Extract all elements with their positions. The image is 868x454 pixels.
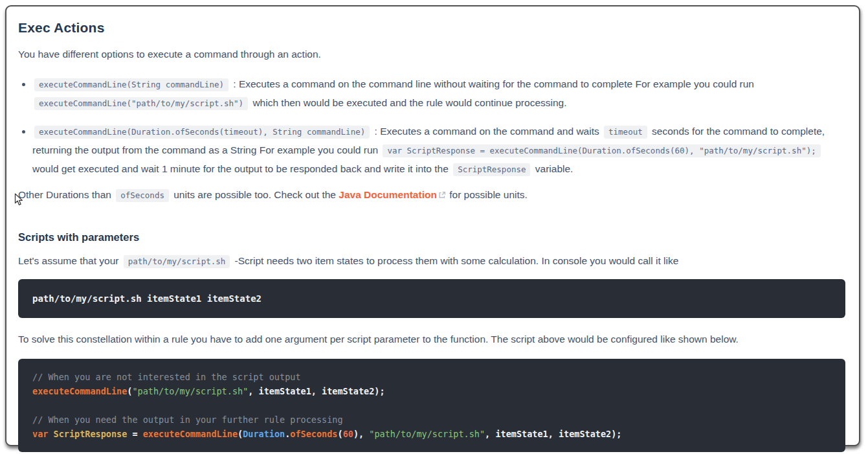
inline-code: ofSeconds [116,189,169,202]
exec-options-list: executeCommandLine(String commandLine) :… [18,75,845,179]
intro-paragraph: You have different options to execute a … [18,48,845,60]
solve-paragraph: To solve this constellation within a rul… [18,333,845,346]
inline-code: ScriptResponse [453,163,530,176]
code-line: // When you need the output in your furt… [32,413,831,427]
docs-window: Exec Actions You have different options … [5,5,860,446]
scripts-with-parameters-heading: Scripts with parameters [18,231,845,244]
shell-command-code-block: path/to/my/script.sh itemState1 itemStat… [18,279,845,318]
inline-code: path/to/my/script.sh [124,255,230,268]
inline-code: executeCommandLine(String commandLine) [34,78,228,91]
rule-code-block: // When you are not interested in the sc… [18,359,845,452]
inline-code: timeout [604,126,647,139]
code-line: path/to/my/script.sh itemState1 itemStat… [32,292,831,305]
list-item-execute-timeout: executeCommandLine(Duration.ofSeconds(ti… [32,122,845,179]
code-line: var ScriptResponse = executeCommandLine(… [32,427,831,441]
page-title: Exec Actions [18,19,845,36]
assume-paragraph: Let's assume that your path/to/my/script… [18,255,845,268]
code-line: // When you are not interested in the sc… [32,370,831,384]
durations-paragraph: Other Durations than ofSeconds units are… [18,188,845,202]
inline-code: var ScriptResponse = executeCommandLine(… [383,144,820,157]
code-line [32,398,831,413]
inline-code: executeCommandLine(Duration.ofSeconds(ti… [34,126,370,139]
java-documentation-link[interactable]: Java Documentation [339,189,437,200]
list-item-execute-simple: executeCommandLine(String commandLine) :… [32,75,845,113]
inline-code: executeCommandLine("path/to/my/script.sh… [34,97,248,110]
code-line: executeCommandLine("path/to/my/script.sh… [32,384,831,398]
external-link-icon [438,191,446,199]
